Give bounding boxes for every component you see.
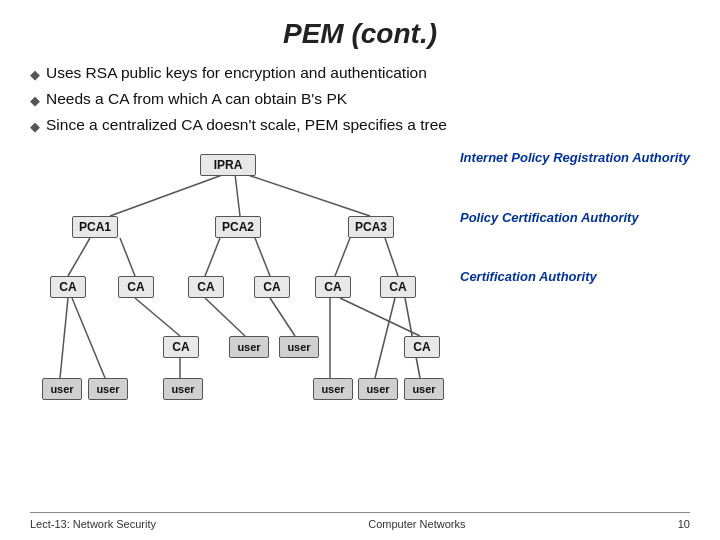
svg-line-13 bbox=[205, 298, 245, 336]
svg-line-5 bbox=[205, 238, 220, 276]
pca3-node: PCA3 bbox=[348, 216, 394, 238]
svg-line-0 bbox=[110, 174, 225, 216]
slide-title: PEM (cont.) bbox=[30, 18, 690, 50]
ca1-node: CA bbox=[50, 276, 86, 298]
ca-legend: Certification Authority bbox=[460, 267, 690, 287]
legend: Internet Policy Registration Authority P… bbox=[450, 148, 690, 293]
user6-node: user bbox=[404, 378, 444, 400]
ca-sub2-node: CA bbox=[404, 336, 440, 358]
ipra-legend: Internet Policy Registration Authority bbox=[460, 148, 690, 168]
bullet-diamond-1: ◆ bbox=[30, 67, 40, 82]
bullet-diamond-3: ◆ bbox=[30, 119, 40, 134]
bullet-diamond-2: ◆ bbox=[30, 93, 40, 108]
bullet-1: ◆ Uses RSA public keys for encryption an… bbox=[30, 64, 690, 82]
user-sub2-node: user bbox=[279, 336, 319, 358]
footer: Lect-13: Network Security Computer Netwo… bbox=[30, 512, 690, 530]
user5-node: user bbox=[358, 378, 398, 400]
ipra-node: IPRA bbox=[200, 154, 256, 176]
footer-right: 10 bbox=[678, 518, 690, 530]
ca4-node: CA bbox=[254, 276, 290, 298]
user3-node: user bbox=[163, 378, 203, 400]
svg-line-16 bbox=[375, 298, 395, 378]
svg-line-2 bbox=[245, 174, 370, 216]
svg-line-10 bbox=[60, 298, 68, 378]
ca2-node: CA bbox=[118, 276, 154, 298]
svg-line-9 bbox=[135, 298, 180, 336]
user1-node: user bbox=[42, 378, 82, 400]
ca6-node: CA bbox=[380, 276, 416, 298]
svg-line-8 bbox=[385, 238, 398, 276]
svg-line-14 bbox=[270, 298, 295, 336]
svg-line-6 bbox=[255, 238, 270, 276]
bullet-3: ◆ Since a centralized CA doesn't scale, … bbox=[30, 116, 690, 134]
user2-node: user bbox=[88, 378, 128, 400]
user4-node: user bbox=[313, 378, 353, 400]
svg-line-4 bbox=[120, 238, 135, 276]
svg-line-7 bbox=[335, 238, 350, 276]
pca2-node: PCA2 bbox=[215, 216, 261, 238]
ca5-node: CA bbox=[315, 276, 351, 298]
svg-line-3 bbox=[68, 238, 90, 276]
ca-sub1-node: CA bbox=[163, 336, 199, 358]
svg-line-11 bbox=[72, 298, 105, 378]
footer-center: Computer Networks bbox=[368, 518, 465, 530]
footer-left: Lect-13: Network Security bbox=[30, 518, 156, 530]
pca-legend: Policy Certification Authority bbox=[460, 208, 690, 228]
pca1-node: PCA1 bbox=[72, 216, 118, 238]
bullet-2: ◆ Needs a CA from which A can obtain B's… bbox=[30, 90, 690, 108]
ca3-node: CA bbox=[188, 276, 224, 298]
svg-line-1 bbox=[235, 174, 240, 216]
tree-diagram: IPRA PCA1 PCA2 PCA3 CA CA bbox=[30, 148, 450, 438]
user-sub1-node: user bbox=[229, 336, 269, 358]
